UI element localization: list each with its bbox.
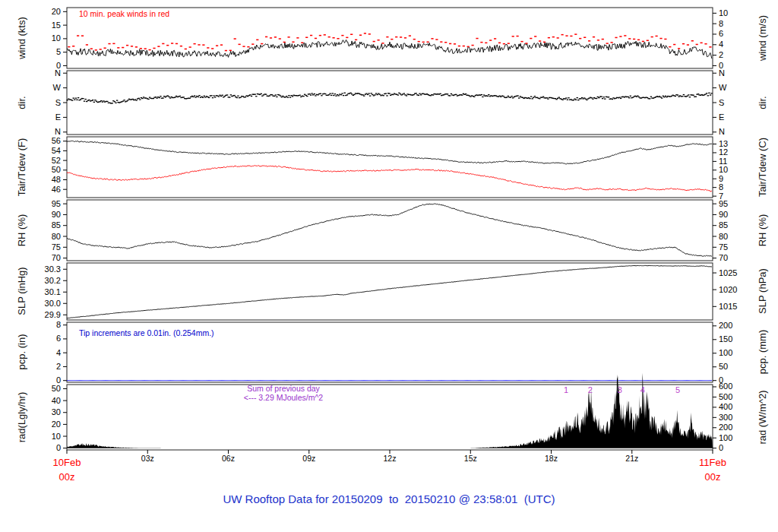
svg-text:12: 12 — [719, 147, 728, 157]
svg-text:06z: 06z — [222, 454, 235, 463]
x-axis-ticks: 03z06z09z12z15z18z21z — [67, 450, 713, 463]
svg-text:80: 80 — [52, 232, 61, 241]
svg-text:150: 150 — [719, 334, 732, 344]
temp-panel: 46485052545678910111213 — [52, 136, 729, 200]
rh-panel: 707580859095707580859095 — [52, 199, 729, 262]
svg-text:0: 0 — [56, 443, 61, 452]
svg-text:70: 70 — [719, 253, 728, 262]
svg-text:3: 3 — [618, 385, 622, 394]
pcp-left-axis-label: pcp. (in) — [16, 334, 27, 370]
dir-panel-frame — [67, 71, 713, 135]
svg-text:S: S — [719, 98, 724, 107]
rh-left-ticks: 707580859095 — [52, 199, 67, 262]
svg-text:6: 6 — [719, 29, 723, 38]
svg-text:2: 2 — [719, 50, 723, 59]
svg-text:20: 20 — [52, 420, 61, 429]
svg-text:15z: 15z — [464, 454, 477, 463]
svg-text:70: 70 — [52, 253, 61, 262]
svg-text:9: 9 — [719, 174, 723, 183]
svg-text:95: 95 — [52, 199, 61, 208]
svg-text:100: 100 — [719, 348, 732, 357]
wind-right-ticks: 0246810 — [713, 8, 728, 70]
svg-text:10: 10 — [719, 8, 728, 17]
svg-text:21z: 21z — [625, 454, 638, 463]
svg-text:03z: 03z — [141, 454, 154, 463]
svg-text:N: N — [719, 127, 725, 136]
svg-text:S: S — [55, 98, 61, 107]
svg-text:W: W — [53, 83, 62, 92]
svg-text:30.1: 30.1 — [45, 287, 61, 296]
x-axis-start-label: 10Feb 00z — [36, 455, 97, 484]
svg-text:E: E — [719, 112, 724, 122]
x-axis-start-date: 10Feb — [36, 455, 97, 470]
pcp-right-axis-label: pcp. (mm) — [757, 330, 768, 375]
uw-rooftop-weather-figure: 051015200246810NESWNNESWN464850525456789… — [0, 0, 778, 532]
svg-text:40: 40 — [52, 396, 61, 405]
svg-text:4: 4 — [56, 348, 61, 357]
svg-text:30.3: 30.3 — [45, 264, 61, 274]
svg-text:600: 600 — [719, 382, 732, 391]
svg-text:400: 400 — [719, 402, 732, 411]
svg-text:200: 200 — [719, 321, 732, 330]
svg-text:N: N — [719, 68, 725, 78]
svg-text:1015: 1015 — [719, 302, 737, 311]
plot-title: UW Rooftop Data for 20150209 to 20150210… — [0, 492, 778, 505]
svg-text:30.2: 30.2 — [45, 276, 61, 285]
svg-text:52: 52 — [52, 156, 61, 165]
wind-left-axis-label: wind (kts) — [16, 17, 27, 59]
svg-text:10: 10 — [52, 33, 61, 43]
svg-text:50: 50 — [719, 362, 728, 371]
svg-text:95: 95 — [719, 199, 728, 208]
svg-text:4: 4 — [640, 385, 645, 394]
rad-right-axis-label: rad (W/m^2) — [757, 390, 768, 444]
svg-text:5: 5 — [56, 47, 61, 56]
svg-text:500: 500 — [719, 392, 732, 401]
svg-text:4: 4 — [719, 40, 723, 49]
rad-left-ticks: 01020304050 — [52, 384, 67, 452]
temp-left-axis-label: Tair/Tdew (F) — [16, 138, 27, 197]
svg-text:90: 90 — [719, 210, 728, 219]
svg-text:56: 56 — [52, 136, 61, 145]
svg-text:8: 8 — [719, 19, 723, 28]
svg-text:75: 75 — [52, 242, 61, 252]
svg-text:8: 8 — [56, 320, 61, 329]
svg-text:0: 0 — [719, 443, 723, 452]
x-axis-end-label: 11Feb 00z — [682, 455, 743, 484]
svg-text:12z: 12z — [384, 454, 397, 463]
wind_avg-series — [67, 40, 712, 59]
x-axis-end-date: 11Feb — [682, 455, 743, 470]
svg-text:30.0: 30.0 — [45, 299, 61, 308]
temp-right-axis-label: Tair/Tdew (C) — [757, 138, 768, 197]
svg-text:54: 54 — [52, 146, 61, 155]
svg-text:90: 90 — [52, 210, 61, 219]
svg-text:N: N — [55, 127, 61, 136]
svg-text:2: 2 — [56, 362, 61, 371]
svg-text:E: E — [55, 112, 61, 122]
rh-series — [67, 204, 712, 256]
svg-text:13: 13 — [719, 139, 728, 148]
wind_dir-series — [67, 93, 713, 104]
x-axis-start-time: 00z — [36, 470, 97, 484]
pcp-left-ticks: 02468 — [56, 320, 67, 385]
slp-series — [67, 265, 712, 318]
temp-panel-frame — [67, 137, 713, 198]
rad-left-axis-label: rad(Lgly/hr) — [16, 392, 27, 442]
svg-text:6: 6 — [56, 334, 61, 343]
svg-text:11: 11 — [719, 157, 727, 166]
svg-text:20: 20 — [52, 7, 61, 16]
dir-panel: NESWNNESWN — [53, 68, 727, 137]
weather-multipanel-plot: 051015200246810NESWNNESWN464850525456789… — [0, 0, 778, 532]
svg-text:48: 48 — [52, 175, 61, 184]
svg-text:80: 80 — [719, 232, 728, 241]
tair-series — [67, 141, 712, 164]
svg-text:8: 8 — [719, 182, 723, 192]
temp-right-ticks: 78910111213 — [713, 139, 728, 201]
svg-text:N: N — [55, 68, 61, 78]
pcp-right-ticks: 050100150200 — [713, 321, 732, 385]
wind-right-axis-label: wind (m/s) — [757, 15, 768, 61]
svg-text:50: 50 — [52, 165, 61, 174]
svg-text:2: 2 — [588, 385, 593, 394]
svg-text:75: 75 — [719, 242, 728, 252]
svg-text:10: 10 — [719, 165, 728, 174]
dir-left-ticks: NESWN — [53, 68, 67, 137]
